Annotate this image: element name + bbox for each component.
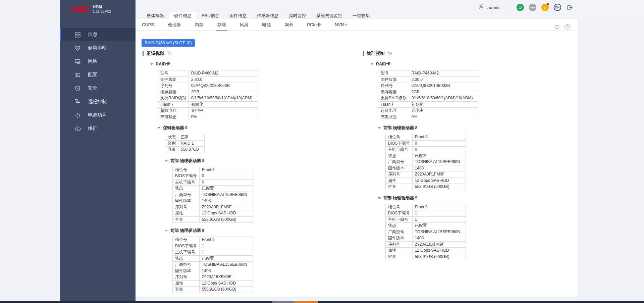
- tree-node-label: 前部 物理驱动器 9: [383, 195, 417, 201]
- help-icon[interactable]: ?: [564, 24, 570, 30]
- tab-realtime-monitor[interactable]: 实时监控: [284, 12, 311, 19]
- subtab-cups[interactable]: CUPS: [142, 19, 154, 30]
- field-value: 0: [412, 140, 466, 147]
- physical-view: 物理视图RAID卡型号RAID-P460-M2固件版本2.30.0序列号02A4…: [363, 50, 583, 260]
- subtab-memory[interactable]: 内存: [195, 19, 203, 30]
- sidebar-item-maintenance[interactable]: 维护: [60, 122, 136, 135]
- info-table: 状态正常级别RAID 1容量558.87GB: [165, 134, 205, 153]
- collapse-arrow-icon[interactable]: [378, 127, 381, 129]
- field-label: 主机下编号: [386, 147, 413, 153]
- table-row: 槽位号Front 9: [386, 204, 466, 210]
- tree-node-label: 逻辑驱动器 0: [163, 125, 187, 131]
- sidebar-item-remote-control[interactable]: 远程控制: [60, 95, 136, 108]
- topbar-separator: |: [505, 5, 512, 10]
- tab-system-resource-monitor[interactable]: 系统资源监控: [311, 12, 347, 19]
- power-icon: [74, 112, 81, 118]
- tab-hardware-info[interactable]: 硬件信息: [169, 12, 197, 19]
- field-value: 0%: [409, 114, 478, 120]
- field-value: Front 8: [412, 134, 466, 141]
- view-title-label: 物理视图: [367, 50, 385, 56]
- subtab-storage[interactable]: 存储: [217, 19, 226, 30]
- tree-node[interactable]: 前部 物理驱动器 9: [165, 228, 363, 234]
- settings-gear-icon[interactable]: [167, 51, 172, 56]
- field-label: 序列号: [386, 171, 413, 178]
- collapse-arrow-icon[interactable]: [158, 127, 160, 129]
- accent-bar: [143, 51, 144, 56]
- sidebar-item-network[interactable]: 网络: [60, 55, 136, 68]
- brand-area: H3C HDM 1.11.35P02: [60, 0, 136, 18]
- field-value: 558.87GB: [178, 147, 205, 153]
- username-label[interactable]: admin: [487, 5, 500, 10]
- tab-overview[interactable]: 整体概况: [142, 12, 169, 19]
- tab-one-key-collect[interactable]: 一键收集: [347, 12, 375, 19]
- field-label: BIOS下编号: [173, 243, 200, 249]
- uid-led-icon[interactable]: UID: [529, 4, 536, 11]
- alert-icon[interactable]: i: [541, 4, 549, 11]
- table-row: 属性12 Gbps SAS HDD: [173, 210, 253, 217]
- subtab-processor[interactable]: 处理器: [168, 19, 181, 30]
- field-value: TOSHIBA AL15SEB060N: [412, 229, 466, 235]
- collapse-arrow-icon[interactable]: [150, 63, 153, 65]
- collapse-arrow-icon[interactable]: [165, 230, 168, 232]
- subtab-fan[interactable]: 风扇: [239, 19, 248, 30]
- field-value: 0%: [189, 114, 258, 120]
- field-value: 12 Gbps SAS HDD: [199, 210, 253, 217]
- field-label: 厂商型号: [386, 229, 413, 235]
- tree-node[interactable]: RAID卡: [150, 61, 363, 67]
- tree-node[interactable]: 前部 物理驱动器 9: [378, 195, 583, 201]
- power-status-icon[interactable]: [517, 4, 524, 11]
- tab-sensor-info[interactable]: 传感器信息: [252, 12, 284, 19]
- field-label: 容量: [386, 184, 413, 190]
- cloud-up-icon: [74, 125, 81, 132]
- field-value: 1403: [199, 198, 253, 204]
- raid-card-chip[interactable]: RAID-P460-M2 (SLOT 10): [142, 39, 195, 47]
- content-card: CUPS处理器内存存储风扇电源网卡PCIe卡NVMe ? RAID-P460-M…: [136, 19, 578, 297]
- table-row: 超级电容充电中: [158, 108, 258, 114]
- field-label: 状态: [165, 134, 178, 141]
- field-value: 1: [412, 216, 466, 223]
- tab-fru-info[interactable]: FRU信息: [197, 12, 224, 19]
- field-label: 属性: [386, 178, 413, 184]
- field-label: 超级电容: [378, 108, 409, 114]
- tree-node-label: RAID卡: [376, 61, 390, 67]
- collapse-arrow-icon[interactable]: [165, 160, 168, 162]
- sidebar-item-info[interactable]: 信息: [60, 28, 136, 41]
- field-label: 厂商型号: [173, 192, 200, 198]
- tab-firmware-info[interactable]: 固件信息: [224, 12, 252, 19]
- sidebar-item-health-diagnosis[interactable]: 健康诊断: [60, 41, 136, 55]
- subtab-power-supply[interactable]: 电源: [262, 19, 271, 30]
- table-row: 厂商型号TOSHIBA AL15SEB060N: [173, 192, 253, 198]
- taskbar-segment-gray: [272, 301, 294, 303]
- field-value: 1403: [412, 165, 466, 171]
- table-row: 状态已配置: [386, 223, 466, 229]
- tree-node[interactable]: 前部 物理驱动器 8: [165, 158, 363, 164]
- field-value: 充电中: [409, 108, 478, 114]
- tree-node[interactable]: 逻辑驱动器 0: [158, 125, 363, 131]
- sidebar-item-security[interactable]: 安全: [60, 82, 136, 95]
- subtab-nvme[interactable]: NVMe: [335, 19, 347, 30]
- subtab-nic[interactable]: 网卡: [284, 19, 293, 30]
- table-row: 固件版本2.30.0: [378, 77, 478, 83]
- table-row: 充电状态0%: [378, 114, 478, 120]
- tree-node[interactable]: RAID卡: [371, 61, 583, 67]
- sidebar-item-configuration[interactable]: 配置: [60, 68, 136, 82]
- language-toggle-icon[interactable]: EN: [554, 4, 561, 11]
- subtab-pcie[interactable]: PCIe卡: [307, 19, 321, 30]
- field-value: TOSHIBA AL15SEB060N: [412, 159, 466, 165]
- table-row: 序列号Z920A16XFM9F: [173, 274, 253, 281]
- help-question-mark: ?: [565, 24, 570, 30]
- collapse-arrow-icon[interactable]: [378, 197, 381, 199]
- field-label: 序列号: [173, 274, 200, 281]
- sidebar-item-power-consumption[interactable]: 电源功耗: [60, 108, 136, 122]
- field-label: 序列号: [173, 204, 200, 210]
- collapse-arrow-icon[interactable]: [371, 63, 373, 65]
- field-label: 状态: [173, 186, 200, 192]
- field-value: 初始化: [409, 101, 478, 108]
- info-table: 槽位号Front 9BIOS下编号1主机下编号1状态已配置厂商型号TOSHIBA…: [172, 237, 253, 293]
- settings-gear-icon[interactable]: [387, 51, 392, 56]
- tree-node[interactable]: 前部 物理驱动器 8: [378, 125, 583, 131]
- table-row: 固件版本1403: [173, 268, 253, 274]
- logout-icon[interactable]: [566, 4, 574, 11]
- refresh-icon[interactable]: [554, 24, 560, 30]
- field-label: 支持RAID级别: [158, 95, 189, 102]
